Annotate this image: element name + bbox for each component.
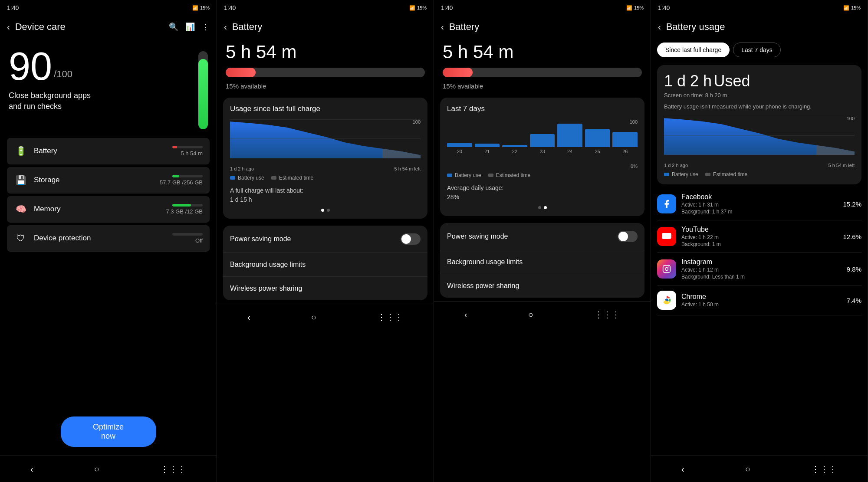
chart-legend-1: Battery use Estimated time: [230, 175, 421, 181]
battery-stat: 5 h 54 m: [181, 150, 203, 157]
page-title-3: Battery: [449, 21, 644, 33]
storage-mini-bar: [172, 175, 203, 177]
bar-item-25: 25: [585, 124, 610, 154]
top-bar-1: ‹ Device care 🔍 📊 ⋮: [0, 16, 217, 38]
storage-stat: 57.7 GB /256 GB: [160, 179, 203, 186]
app-item-chrome[interactable]: Chrome Active: 1 h 50 m 7.4%: [657, 285, 861, 315]
status-time-1: 1:40: [7, 4, 19, 11]
battery-pct-4: 15%: [851, 5, 861, 10]
bar-chart-area: 100 20 21 22 23: [447, 119, 638, 163]
care-item-battery[interactable]: 🔋 Battery 5 h 54 m: [7, 138, 210, 164]
used-label: Used: [714, 72, 750, 90]
youtube-pct: 12.6%: [843, 233, 861, 240]
tab-since-last-charge[interactable]: Since last full charge: [657, 43, 730, 57]
nav-home-3[interactable]: ○: [519, 307, 542, 322]
score-bar: [198, 51, 208, 129]
nav-recents-2[interactable]: ⋮⋮⋮: [368, 309, 412, 325]
facebook-pct: 15.2%: [843, 200, 861, 208]
memory-care-value: 7.3 GB /12 GB: [166, 204, 203, 215]
bg-usage-row-3[interactable]: Background usage limits: [440, 250, 644, 274]
nav-home-1[interactable]: ○: [85, 462, 108, 477]
chart-label-right-1: 5 h 54 m left: [394, 166, 421, 171]
charge-label: A full charge will last about:: [230, 187, 303, 194]
power-saving-toggle-1[interactable]: [401, 233, 421, 245]
legend-label-battery-1: Battery use: [238, 175, 264, 181]
wireless-row-1[interactable]: Wireless power sharing: [223, 277, 427, 300]
status-icons-1: 📶 15%: [192, 5, 210, 11]
nav-recents-1[interactable]: ⋮⋮⋮: [151, 461, 195, 477]
legend-label-battery-3: Battery use: [455, 172, 481, 178]
back-button-4[interactable]: ‹: [658, 22, 661, 32]
battery-care-icon: 🔋: [14, 144, 28, 158]
usage-card-3: Last 7 days 100 20 21 22 23: [440, 98, 644, 216]
wireless-row-3[interactable]: Wireless power sharing: [440, 274, 644, 298]
back-button-2[interactable]: ‹: [224, 22, 227, 32]
care-item-protection[interactable]: 🛡 Device protection Off: [7, 225, 210, 252]
power-saving-row-3[interactable]: Power saving mode: [440, 223, 644, 250]
protection-care-icon: 🛡: [14, 231, 28, 245]
nav-back-1[interactable]: ‹: [22, 462, 42, 477]
usage-card-title-3: Last 7 days: [447, 105, 638, 113]
status-time-2: 1:40: [224, 4, 236, 11]
battery-bar-section: [217, 64, 434, 81]
bar-label-21: 21: [484, 149, 490, 154]
chart-icon-1[interactable]: 📊: [185, 22, 195, 32]
more-icon-1[interactable]: ⋮: [202, 22, 210, 32]
nav-bar-4: ‹ ○ ⋮⋮⋮: [651, 456, 868, 482]
instagram-bg: Background: Less than 1 m: [681, 274, 847, 280]
nav-back-4[interactable]: ‹: [673, 462, 693, 477]
legend-battery-use-1: Battery use: [230, 175, 264, 181]
chart-100-4: 100: [847, 116, 855, 121]
nav-home-2[interactable]: ○: [302, 310, 325, 325]
instagram-pct: 9.8%: [847, 266, 861, 273]
optimize-button[interactable]: Optimize now: [61, 416, 156, 447]
battery-chart-1: [230, 119, 421, 158]
protection-care-label: Device protection: [34, 234, 172, 243]
chrome-icon: [657, 291, 676, 310]
legend-dot-gray-4: [705, 173, 710, 176]
care-item-storage[interactable]: 💾 Storage 57.7 GB /256 GB: [7, 167, 210, 193]
svg-marker-9: [816, 145, 855, 155]
nav-back-3[interactable]: ‹: [456, 307, 476, 322]
chart-legend-3: Battery use Estimated time: [447, 172, 638, 178]
bg-usage-label-1: Background usage limits: [230, 261, 421, 269]
status-bar-3: 1:40 📶 15%: [434, 0, 651, 16]
back-button-3[interactable]: ‹: [441, 22, 444, 32]
svg-rect-11: [663, 266, 671, 273]
toggle-knob-1: [401, 234, 411, 244]
bar-item-23: 23: [530, 124, 555, 154]
search-icon-1[interactable]: 🔍: [169, 22, 178, 32]
battery-panel: 1:40 📶 15% ‹ Battery 5 h 54 m 15% availa…: [217, 0, 434, 482]
legend-estimated-3: Estimated time: [488, 172, 530, 178]
bar-item-22: 22: [502, 124, 527, 154]
charge-will-last: A full charge will last about: 1 d 15 h: [230, 186, 421, 204]
nav-recents-3[interactable]: ⋮⋮⋮: [585, 307, 629, 322]
power-saving-toggle-3[interactable]: [618, 231, 638, 242]
nav-recents-4[interactable]: ⋮⋮⋮: [802, 461, 846, 477]
power-saving-row-1[interactable]: Power saving mode: [223, 226, 427, 253]
dot-1-active: [321, 209, 324, 212]
score-display: 90/100: [9, 47, 198, 86]
facebook-icon: [657, 194, 676, 213]
chrome-active: Active: 1 h 50 m: [681, 302, 847, 308]
app-item-facebook[interactable]: Facebook Active: 1 h 31 m Background: 1 …: [657, 188, 861, 220]
wifi-icon-4: 📶: [843, 5, 849, 11]
youtube-bg: Background: 1 m: [681, 241, 843, 247]
usage-card-title-1: Usage since last full charge: [230, 105, 421, 113]
app-item-instagram[interactable]: Instagram Active: 1 h 12 m Background: L…: [657, 253, 861, 285]
legend-dot-gray-1: [271, 176, 276, 180]
chrome-pct: 7.4%: [847, 297, 861, 304]
storage-care-icon: 💾: [14, 173, 28, 187]
app-item-youtube[interactable]: YouTube Active: 1 h 22 m Background: 1 m…: [657, 220, 861, 253]
legend-estimated-4: Estimated time: [705, 171, 747, 177]
nav-back-2[interactable]: ‹: [239, 310, 259, 325]
care-item-memory[interactable]: 🧠 Memory 7.3 GB /12 GB: [7, 196, 210, 223]
tab-last-7-days[interactable]: Last 7 days: [733, 43, 781, 57]
bg-usage-row-1[interactable]: Background usage limits: [223, 253, 427, 277]
back-button-1[interactable]: ‹: [7, 22, 10, 32]
bar-rect-22: [502, 145, 527, 147]
facebook-active: Active: 1 h 31 m: [681, 202, 843, 208]
legend-dot-blue-4: [664, 173, 669, 176]
nav-home-4[interactable]: ○: [736, 462, 759, 477]
score-max: /100: [54, 69, 72, 79]
